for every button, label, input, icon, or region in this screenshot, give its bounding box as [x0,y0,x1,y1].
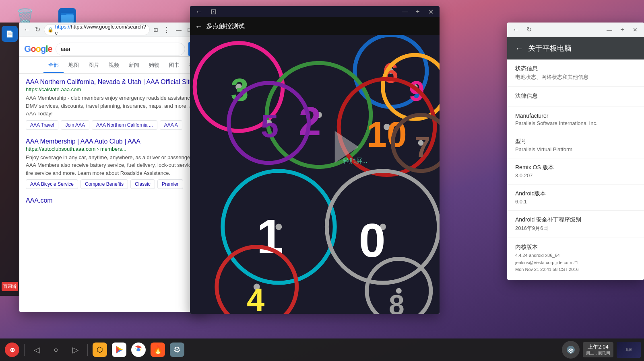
about-item-title: Android 安全补丁程序级别 [515,216,636,224]
about-item-manufacturer: Manufacturer Parallels Software Internat… [507,107,644,132]
taskbar-jide-logo[interactable]: ⊕ [3,341,21,359]
about-nav-back[interactable]: ← [510,24,522,35]
about-item-security-patch: Android 安全补丁程序级别 2016年9月6日 [507,211,644,238]
fire-icon: 🔥 [151,343,165,357]
taskbar-sep-1 [24,344,25,356]
taskbar: ⊕ ◁ ○ ▷ ⬡ [0,338,644,361]
search-tabs: 全部 地图 图片 视频 新闻 购物 图书 机 [19,58,208,74]
about-header-title: 关于平板电脑 [528,43,572,53]
taskbar-chrome[interactable] [130,341,147,359]
result-links: AAA Bicycle Service Compare Benefits Cla… [26,179,201,189]
browser-tab-icon[interactable]: ⊡ [151,24,160,35]
app-yellow-icon: ⬡ [93,343,107,357]
android-inner: ← 多点触控测试 3 6 9 2 [190,17,440,314]
svg-point-43 [137,348,140,351]
clock-time: 上午2:04 [586,344,610,351]
url-https: https:// [55,24,71,30]
touch-canvas[interactable]: 3 6 9 2 5 10 [190,35,440,314]
taskbar-screenshot-thumb[interactable]: 截屏 [617,342,641,358]
search-result: AAA.com [26,197,201,204]
taskbar-recents-btn[interactable]: ▷ [66,341,84,359]
about-item-value: 电池状态、网络状态和其他信息 [515,74,636,81]
tab-map[interactable]: 地图 [64,58,84,73]
tab-shopping[interactable]: 购物 [144,58,164,73]
about-nav-refresh[interactable]: ↻ [523,24,535,35]
result-link-aaa-travel[interactable]: AAA Travel [26,120,58,130]
about-item-remix-version: Remix OS 版本 3.0.207 [507,158,644,185]
result-link-compare-benefits[interactable]: Compare Benefits [80,179,128,189]
touch-circles-svg: 3 6 9 2 5 10 [190,35,440,314]
svg-text:8: 8 [389,289,405,314]
about-item-legal[interactable]: 法律信息 [507,87,644,107]
browser-minimize-btn[interactable]: — [174,24,183,35]
screenshot-thumb-label: 截屏 [625,348,632,352]
browser-window-left: ← ↻ 🔒 https://https://www.google.com/sea… [19,23,208,312]
about-item-status[interactable]: 状态信息 电池状态、网络状态和其他信息 [507,59,644,87]
about-maximize-btn[interactable]: + [617,24,628,35]
result-link-join-aaa[interactable]: Join AAA [61,120,89,130]
about-item-title: 内核版本 [515,244,636,251]
touch-minimize-btn[interactable]: — [399,6,411,17]
tab-all[interactable]: 全部 [43,58,64,73]
svg-point-45 [570,352,572,353]
tab-books[interactable]: 图书 [164,58,184,73]
play-store-icon [112,343,126,357]
url-text: https://https://www.google.com/search?c [55,24,146,36]
touch-test-window: ← ⊡ — + ✕ ← 多点触控测试 3 6 [190,6,440,314]
search-bar-area: Google 🔍 [19,37,208,57]
about-item-title: Remix OS 版本 [515,164,636,171]
svg-text:5: 5 [261,108,279,144]
about-minimize-btn[interactable]: — [604,24,615,35]
side-app-cidian[interactable]: 百词斩 [1,280,19,293]
about-header-back-icon[interactable]: ← [515,44,523,53]
search-results: AAA Northern California, Nevada & Utah |… [19,74,208,217]
result-link-aaa-a[interactable]: AAA A [160,120,182,130]
taskbar-settings[interactable]: ⚙ [168,341,186,359]
taskbar-clock: 上午2:04 周二，腾讯网 [586,344,610,356]
tab-video[interactable]: 视频 [104,58,124,73]
result-link-classic[interactable]: Classic [130,179,155,189]
taskbar-app-fire[interactable]: 🔥 [149,341,167,359]
tab-images[interactable]: 图片 [84,58,104,73]
result-snippet: AAA Membership - club members enjoy emer… [26,94,201,118]
result-link-bicycle-service[interactable]: AAA Bicycle Service [26,179,78,189]
clock-date: 周二，腾讯网 [586,351,610,356]
about-item-value: 3.0.207 [515,172,636,178]
browser-back-btn[interactable]: ← [23,24,31,35]
android-back-btn[interactable]: ← [195,22,203,31]
result-title[interactable]: AAA Northern California, Nevada & Utah |… [26,78,201,86]
browser-refresh-btn[interactable]: ↻ [33,24,42,35]
logo-g: G [24,44,31,54]
touch-nav-back[interactable]: ← [193,6,204,17]
about-item-value: 6.0.1 [515,199,636,205]
taskbar-home-btn[interactable]: ○ [47,341,65,359]
taskbar-play-store[interactable] [110,341,128,359]
about-item-value: 2016年9月6日 [515,225,636,232]
about-close-btn[interactable]: ✕ [630,24,641,35]
taskbar-back-btn[interactable]: ◁ [28,341,45,359]
result-link-premier[interactable]: Premier [157,179,183,189]
about-item-title: 状态信息 [515,65,636,72]
taskbar-app-yellow[interactable]: ⬡ [91,341,109,359]
url-bar[interactable]: 🔒 https://https://www.google.com/search?… [44,24,150,35]
touch-nav-resize[interactable]: ⊡ [208,6,219,17]
result-title[interactable]: AAA.com [26,197,201,204]
tab-news[interactable]: 新闻 [124,58,144,73]
result-link-aaa-northern[interactable]: AAA Northern California ... [92,120,157,130]
google-search-input[interactable] [56,43,185,55]
about-item-value: 4.4.24-android-x86_64jenkins@Vesta.corp.… [515,252,636,273]
result-snippet: Enjoy coverage in any car, anytime, anyw… [26,154,201,177]
logo-o1: o [31,44,35,54]
svg-text:10: 10 [367,114,407,154]
result-title[interactable]: AAA Membership | AAA Auto Club | AAA [26,138,201,145]
browser-menu-icon[interactable]: ⋮ [162,24,171,35]
svg-rect-1 [61,14,74,23]
taskbar-network-icon[interactable] [562,341,580,359]
side-app-files[interactable]: 📄 [2,26,18,42]
google-logo: Google [24,44,52,54]
touch-close-btn[interactable]: ✕ [425,6,436,17]
lock-icon: 🔒 [47,27,54,33]
about-item-title: 法律信息 [515,92,636,100]
touch-maximize-btn[interactable]: + [412,6,423,17]
svg-text:0: 0 [359,213,385,267]
